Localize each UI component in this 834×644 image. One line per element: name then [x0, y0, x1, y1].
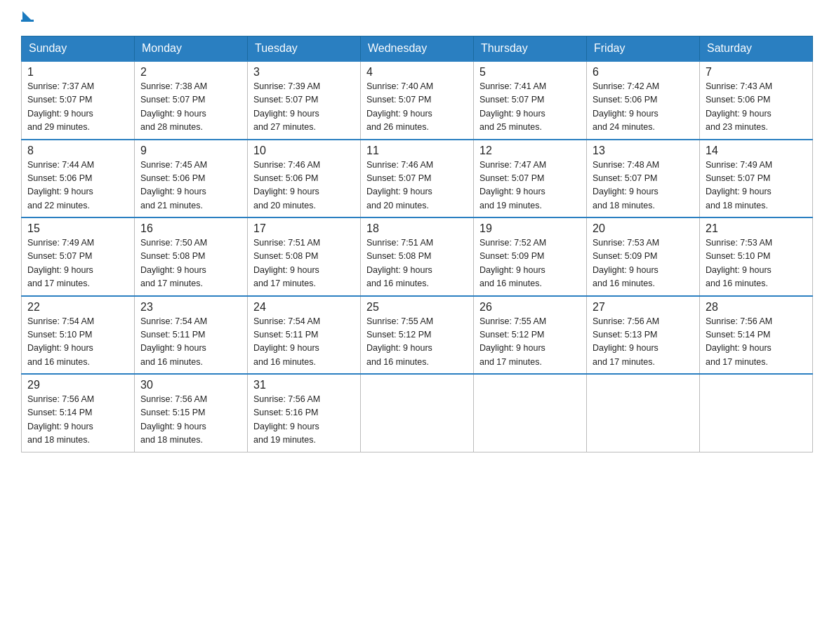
day-cell-12: 12 Sunrise: 7:47 AM Sunset: 5:07 PM Dayl… — [474, 140, 587, 218]
empty-cell — [474, 374, 587, 452]
day-cell-2: 2 Sunrise: 7:38 AM Sunset: 5:07 PM Dayli… — [135, 61, 248, 140]
day-info: Sunrise: 7:53 AM Sunset: 5:10 PM Dayligh… — [706, 236, 807, 291]
day-number: 30 — [140, 379, 241, 391]
day-cell-4: 4 Sunrise: 7:40 AM Sunset: 5:07 PM Dayli… — [361, 61, 474, 140]
day-number: 24 — [253, 301, 355, 314]
day-number: 21 — [706, 222, 807, 235]
day-info: Sunrise: 7:56 AM Sunset: 5:15 PM Dayligh… — [140, 393, 241, 448]
day-info: Sunrise: 7:53 AM Sunset: 5:09 PM Dayligh… — [593, 236, 694, 291]
day-info: Sunrise: 7:39 AM Sunset: 5:07 PM Dayligh… — [253, 80, 355, 135]
day-info: Sunrise: 7:43 AM Sunset: 5:06 PM Dayligh… — [706, 80, 807, 135]
day-info: Sunrise: 7:45 AM Sunset: 5:06 PM Dayligh… — [140, 159, 241, 213]
day-cell-6: 6 Sunrise: 7:42 AM Sunset: 5:06 PM Dayli… — [587, 61, 700, 140]
week-row-4: 22 Sunrise: 7:54 AM Sunset: 5:10 PM Dayl… — [22, 296, 813, 375]
day-cell-14: 14 Sunrise: 7:49 AM Sunset: 5:07 PM Dayl… — [700, 140, 813, 218]
day-info: Sunrise: 7:56 AM Sunset: 5:13 PM Dayligh… — [593, 315, 694, 370]
day-cell-1: 1 Sunrise: 7:37 AM Sunset: 5:07 PM Dayli… — [22, 61, 135, 140]
day-info: Sunrise: 7:46 AM Sunset: 5:06 PM Dayligh… — [253, 159, 355, 213]
day-number: 12 — [479, 145, 581, 157]
day-cell-25: 25 Sunrise: 7:55 AM Sunset: 5:12 PM Dayl… — [361, 296, 474, 375]
day-number: 23 — [140, 301, 241, 314]
day-number: 10 — [253, 145, 355, 157]
day-info: Sunrise: 7:51 AM Sunset: 5:08 PM Dayligh… — [253, 236, 355, 291]
day-info: Sunrise: 7:49 AM Sunset: 5:07 PM Dayligh… — [706, 159, 807, 213]
day-cell-5: 5 Sunrise: 7:41 AM Sunset: 5:07 PM Dayli… — [474, 61, 587, 140]
day-info: Sunrise: 7:44 AM Sunset: 5:06 PM Dayligh… — [27, 159, 128, 213]
day-cell-11: 11 Sunrise: 7:46 AM Sunset: 5:07 PM Dayl… — [361, 140, 474, 218]
day-info: Sunrise: 7:52 AM Sunset: 5:09 PM Dayligh… — [479, 236, 581, 291]
day-cell-18: 18 Sunrise: 7:51 AM Sunset: 5:08 PM Dayl… — [361, 217, 474, 296]
day-info: Sunrise: 7:51 AM Sunset: 5:08 PM Dayligh… — [366, 236, 468, 291]
day-number: 29 — [27, 379, 128, 391]
day-number: 22 — [27, 301, 128, 314]
empty-cell — [587, 374, 700, 452]
day-info: Sunrise: 7:38 AM Sunset: 5:07 PM Dayligh… — [140, 80, 241, 135]
day-info: Sunrise: 7:48 AM Sunset: 5:07 PM Dayligh… — [593, 159, 694, 213]
day-cell-22: 22 Sunrise: 7:54 AM Sunset: 5:10 PM Dayl… — [22, 296, 135, 375]
day-cell-29: 29 Sunrise: 7:56 AM Sunset: 5:14 PM Dayl… — [22, 374, 135, 452]
calendar-header-row: SundayMondayTuesdayWednesdayThursdayFrid… — [22, 36, 813, 62]
day-number: 25 — [366, 301, 468, 314]
day-number: 11 — [366, 145, 468, 157]
day-info: Sunrise: 7:47 AM Sunset: 5:07 PM Dayligh… — [479, 159, 581, 213]
day-number: 3 — [253, 66, 355, 79]
day-cell-10: 10 Sunrise: 7:46 AM Sunset: 5:06 PM Dayl… — [248, 140, 361, 218]
day-number: 5 — [479, 66, 581, 79]
day-info: Sunrise: 7:54 AM Sunset: 5:11 PM Dayligh… — [253, 315, 355, 370]
day-number: 28 — [706, 301, 807, 314]
day-info: Sunrise: 7:49 AM Sunset: 5:07 PM Dayligh… — [27, 236, 128, 291]
day-number: 15 — [27, 222, 128, 235]
day-cell-8: 8 Sunrise: 7:44 AM Sunset: 5:06 PM Dayli… — [22, 140, 135, 218]
day-info: Sunrise: 7:56 AM Sunset: 5:14 PM Dayligh… — [706, 315, 807, 370]
day-cell-7: 7 Sunrise: 7:43 AM Sunset: 5:06 PM Dayli… — [700, 61, 813, 140]
day-cell-20: 20 Sunrise: 7:53 AM Sunset: 5:09 PM Dayl… — [587, 217, 700, 296]
day-info: Sunrise: 7:41 AM Sunset: 5:07 PM Dayligh… — [479, 80, 581, 135]
day-number: 20 — [593, 222, 694, 235]
col-header-sunday: Sunday — [22, 36, 135, 62]
week-row-2: 8 Sunrise: 7:44 AM Sunset: 5:06 PM Dayli… — [22, 140, 813, 218]
day-cell-17: 17 Sunrise: 7:51 AM Sunset: 5:08 PM Dayl… — [248, 217, 361, 296]
day-info: Sunrise: 7:46 AM Sunset: 5:07 PM Dayligh… — [366, 159, 468, 213]
day-info: Sunrise: 7:54 AM Sunset: 5:10 PM Dayligh… — [27, 315, 128, 370]
day-number: 13 — [593, 145, 694, 157]
week-row-3: 15 Sunrise: 7:49 AM Sunset: 5:07 PM Dayl… — [22, 217, 813, 296]
col-header-monday: Monday — [135, 36, 248, 62]
day-cell-3: 3 Sunrise: 7:39 AM Sunset: 5:07 PM Dayli… — [248, 61, 361, 140]
day-info: Sunrise: 7:56 AM Sunset: 5:16 PM Dayligh… — [253, 393, 355, 448]
empty-cell — [361, 374, 474, 452]
page-header — [21, 14, 813, 22]
day-number: 26 — [479, 301, 581, 314]
day-number: 8 — [27, 145, 128, 157]
logo — [21, 14, 37, 22]
day-cell-23: 23 Sunrise: 7:54 AM Sunset: 5:11 PM Dayl… — [135, 296, 248, 375]
day-number: 6 — [593, 66, 694, 79]
day-cell-26: 26 Sunrise: 7:55 AM Sunset: 5:12 PM Dayl… — [474, 296, 587, 375]
day-number: 16 — [140, 222, 241, 235]
day-number: 19 — [479, 222, 581, 235]
day-cell-31: 31 Sunrise: 7:56 AM Sunset: 5:16 PM Dayl… — [248, 374, 361, 452]
week-row-1: 1 Sunrise: 7:37 AM Sunset: 5:07 PM Dayli… — [22, 61, 813, 140]
week-row-5: 29 Sunrise: 7:56 AM Sunset: 5:14 PM Dayl… — [22, 374, 813, 452]
day-cell-30: 30 Sunrise: 7:56 AM Sunset: 5:15 PM Dayl… — [135, 374, 248, 452]
day-cell-19: 19 Sunrise: 7:52 AM Sunset: 5:09 PM Dayl… — [474, 217, 587, 296]
day-cell-16: 16 Sunrise: 7:50 AM Sunset: 5:08 PM Dayl… — [135, 217, 248, 296]
day-info: Sunrise: 7:55 AM Sunset: 5:12 PM Dayligh… — [366, 315, 468, 370]
day-info: Sunrise: 7:55 AM Sunset: 5:12 PM Dayligh… — [479, 315, 581, 370]
col-header-tuesday: Tuesday — [248, 36, 361, 62]
day-info: Sunrise: 7:50 AM Sunset: 5:08 PM Dayligh… — [140, 236, 241, 291]
empty-cell — [700, 374, 813, 452]
day-info: Sunrise: 7:42 AM Sunset: 5:06 PM Dayligh… — [593, 80, 694, 135]
day-cell-28: 28 Sunrise: 7:56 AM Sunset: 5:14 PM Dayl… — [700, 296, 813, 375]
day-number: 31 — [253, 379, 355, 391]
day-cell-13: 13 Sunrise: 7:48 AM Sunset: 5:07 PM Dayl… — [587, 140, 700, 218]
day-number: 7 — [706, 66, 807, 79]
day-info: Sunrise: 7:37 AM Sunset: 5:07 PM Dayligh… — [27, 80, 128, 135]
day-number: 27 — [593, 301, 694, 314]
day-cell-15: 15 Sunrise: 7:49 AM Sunset: 5:07 PM Dayl… — [22, 217, 135, 296]
day-number: 18 — [366, 222, 468, 235]
day-info: Sunrise: 7:56 AM Sunset: 5:14 PM Dayligh… — [27, 393, 128, 448]
col-header-thursday: Thursday — [474, 36, 587, 62]
day-cell-27: 27 Sunrise: 7:56 AM Sunset: 5:13 PM Dayl… — [587, 296, 700, 375]
day-number: 4 — [366, 66, 468, 79]
day-cell-9: 9 Sunrise: 7:45 AM Sunset: 5:06 PM Dayli… — [135, 140, 248, 218]
